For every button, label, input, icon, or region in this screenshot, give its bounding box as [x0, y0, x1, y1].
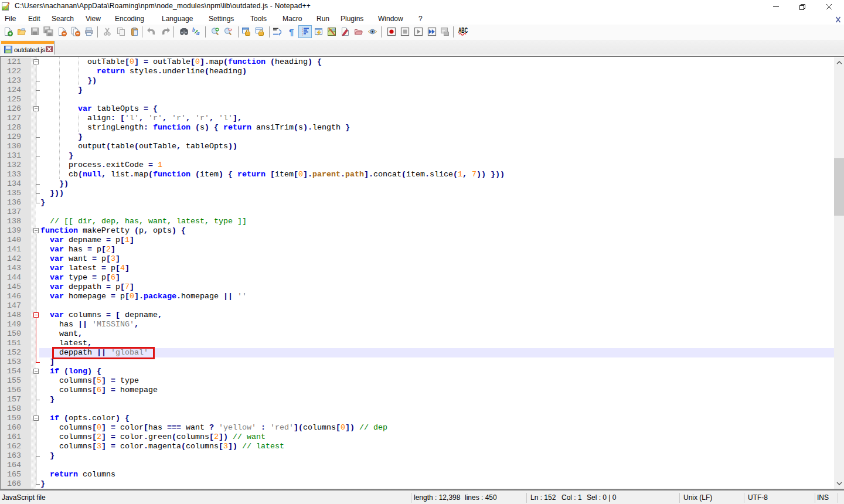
- svg-text:b: b: [192, 26, 195, 33]
- svg-text:¶: ¶: [289, 27, 294, 37]
